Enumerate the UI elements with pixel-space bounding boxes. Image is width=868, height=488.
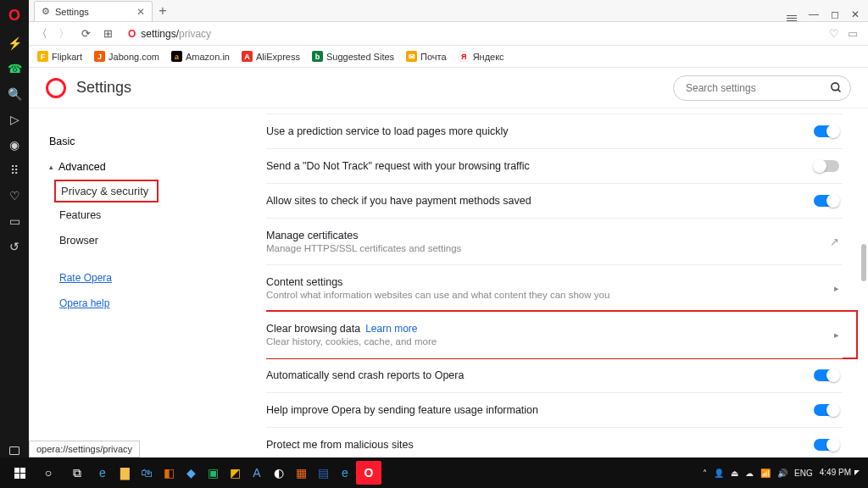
row-crash-reports[interactable]: Automatically send crash reports to Oper… — [266, 358, 843, 392]
start-button[interactable] — [5, 458, 34, 488]
tab-settings[interactable]: ⚙ Settings ✕ — [34, 1, 153, 21]
row-protect[interactable]: Protect me from malicious sites — [266, 427, 843, 458]
app3-icon[interactable]: ▣ — [202, 458, 224, 488]
forward-button[interactable]: 〉 — [58, 26, 70, 42]
app5-icon[interactable]: A — [246, 458, 268, 488]
row-clear-browsing-data[interactable]: Clear browsing dataLearn more Clear hist… — [266, 311, 843, 358]
app6-icon[interactable]: ▦ — [290, 458, 312, 488]
nav-advanced[interactable]: ▴Advanced — [44, 154, 266, 180]
messenger-icon[interactable]: ⚡ — [8, 36, 21, 50]
app7-icon[interactable]: ▤ — [312, 458, 334, 488]
onedrive-icon[interactable]: ☁ — [745, 469, 754, 478]
svg-line-1 — [837, 89, 840, 92]
usb-icon[interactable]: ⏏ — [731, 469, 738, 478]
store-icon[interactable]: 🛍 — [136, 458, 158, 488]
tab-bar: ⚙ Settings ✕ + — ◻ ✕ — [29, 0, 868, 22]
app2-icon[interactable]: ◆ — [180, 458, 202, 488]
battery-icon[interactable]: ▭ — [848, 27, 858, 40]
new-tab-button[interactable]: + — [153, 1, 173, 21]
whatsapp-icon[interactable]: ☎ — [8, 62, 21, 75]
opera-logo-icon: O — [8, 7, 20, 25]
nav-opera-help[interactable]: Opera help — [44, 291, 266, 316]
opera-taskbar-icon[interactable]: O — [356, 461, 381, 485]
explorer-icon[interactable]: ▇ — [114, 458, 136, 488]
app4-icon[interactable]: ◩ — [224, 458, 246, 488]
search-icon — [830, 81, 843, 94]
apps-icon[interactable]: ⊞ — [102, 27, 114, 40]
search-icon[interactable]: 🔍 — [8, 87, 21, 101]
volume-icon[interactable]: 🔊 — [777, 469, 787, 478]
play-icon[interactable]: ▷ — [8, 113, 21, 126]
maximize-button[interactable]: ◻ — [831, 8, 839, 20]
toggle-prediction[interactable] — [814, 125, 839, 137]
row-content-settings[interactable]: Content settings Control what informatio… — [266, 264, 843, 311]
gear-icon: ⚙ — [42, 6, 50, 17]
people-icon[interactable]: 👤 — [714, 469, 724, 478]
wifi-icon[interactable]: 📶 — [760, 469, 771, 478]
minimize-button[interactable]: — — [809, 8, 819, 20]
toggle-usage[interactable] — [814, 404, 839, 416]
sidebar-collapse-icon[interactable] — [8, 444, 21, 458]
row-dnt[interactable]: Send a "Do Not Track" request with your … — [266, 148, 843, 183]
row-prediction[interactable]: Use a prediction service to load pages m… — [266, 114, 843, 148]
scrollbar-thumb[interactable] — [861, 244, 866, 281]
search-input[interactable] — [673, 75, 851, 101]
bookmark-suggested[interactable]: bSuggested Sites — [312, 51, 394, 62]
toggle-crash[interactable] — [814, 369, 839, 381]
app1-icon[interactable]: ◧ — [158, 458, 180, 488]
nav-features[interactable]: Features — [44, 202, 266, 228]
bookmark-bar: FFlipkart JJabong.com aAmazon.in AAliExp… — [29, 46, 868, 68]
back-button[interactable]: 〈 — [36, 26, 47, 42]
bookmark-pochta[interactable]: ✉Почта — [406, 51, 447, 62]
bookmark-heart-icon[interactable]: ♡ — [829, 27, 839, 40]
browser-chrome: ⚙ Settings ✕ + — ◻ ✕ 〈 〉 ⟳ ⊞ O settings/… — [29, 0, 868, 68]
ie-icon[interactable]: e — [334, 458, 356, 488]
heart-icon[interactable]: ♡ — [8, 189, 21, 202]
opera-url-icon: O — [128, 28, 136, 40]
tray-chevron-icon[interactable]: ˄ — [703, 469, 707, 478]
tab-close-icon[interactable]: ✕ — [136, 6, 145, 18]
taskview-icon[interactable]: ⧉ — [63, 458, 92, 488]
reload-button[interactable]: ⟳ — [80, 27, 92, 40]
bookmark-amazon[interactable]: aAmazon.in — [171, 51, 230, 62]
speeddial-icon[interactable]: ⠿ — [8, 164, 21, 177]
system-tray: ˄ 👤 ⏏ ☁ 📶 🔊 ENG 4:49 PM — [703, 468, 863, 478]
nav-privacy[interactable]: Privacy & security — [44, 180, 266, 202]
address-input[interactable]: O settings/privacy — [124, 25, 819, 43]
svg-point-0 — [832, 82, 839, 90]
camera-icon[interactable]: ◉ — [8, 138, 21, 152]
opera-sidebar: O ⚡ ☎ 🔍 ▷ ◉ ⠿ ♡ ▭ ↺ — [0, 0, 29, 458]
tray-clock[interactable]: 4:49 PM — [820, 468, 851, 478]
bookmark-flipkart[interactable]: FFlipkart — [37, 51, 82, 62]
toggle-payment[interactable] — [814, 195, 839, 207]
history-icon[interactable]: ↺ — [8, 240, 21, 253]
settings-sidebar: Basic ▴Advanced Privacy & security Featu… — [29, 108, 266, 458]
page-header: Settings — [29, 68, 868, 108]
nav-basic[interactable]: Basic — [44, 129, 266, 154]
status-bar-url: opera://settings/privacy — [29, 441, 140, 458]
edge-icon[interactable]: e — [92, 458, 114, 488]
row-usage-stats[interactable]: Help improve Opera by sending feature us… — [266, 392, 843, 427]
cortana-icon[interactable]: ○ — [34, 458, 63, 488]
settings-content: Use a prediction service to load pages m… — [266, 108, 868, 458]
row-payment[interactable]: Allow sites to check if you have payment… — [266, 183, 843, 218]
nav-browser[interactable]: Browser — [44, 228, 266, 253]
tray-lang[interactable]: ENG — [794, 469, 813, 478]
nav-rate-opera[interactable]: Rate Opera — [44, 265, 266, 291]
bookmark-aliexpress[interactable]: AAliExpress — [242, 51, 300, 62]
chevron-right-icon: ▸ — [834, 330, 839, 341]
toggle-dnt[interactable] — [814, 160, 839, 172]
close-window-button[interactable]: ✕ — [851, 8, 860, 20]
news-icon[interactable]: ▭ — [8, 214, 21, 228]
external-link-icon: ↗ — [830, 236, 839, 248]
settings-page: Settings Basic ▴Advanced Privacy & secur… — [29, 68, 868, 458]
toggle-protect[interactable] — [814, 439, 839, 451]
learn-more-link[interactable]: Learn more — [365, 323, 417, 335]
row-certificates[interactable]: Manage certificates Manage HTTPS/SSL cer… — [266, 218, 843, 264]
chevron-up-icon: ▴ — [49, 163, 53, 171]
menu-icon[interactable] — [787, 7, 797, 21]
chrome-icon[interactable]: ◐ — [268, 458, 290, 488]
address-bar: 〈 〉 ⟳ ⊞ O settings/privacy ♡ ▭ — [29, 22, 868, 46]
bookmark-yandex[interactable]: ЯЯндекс — [459, 51, 504, 62]
bookmark-jabong[interactable]: JJabong.com — [94, 51, 159, 62]
